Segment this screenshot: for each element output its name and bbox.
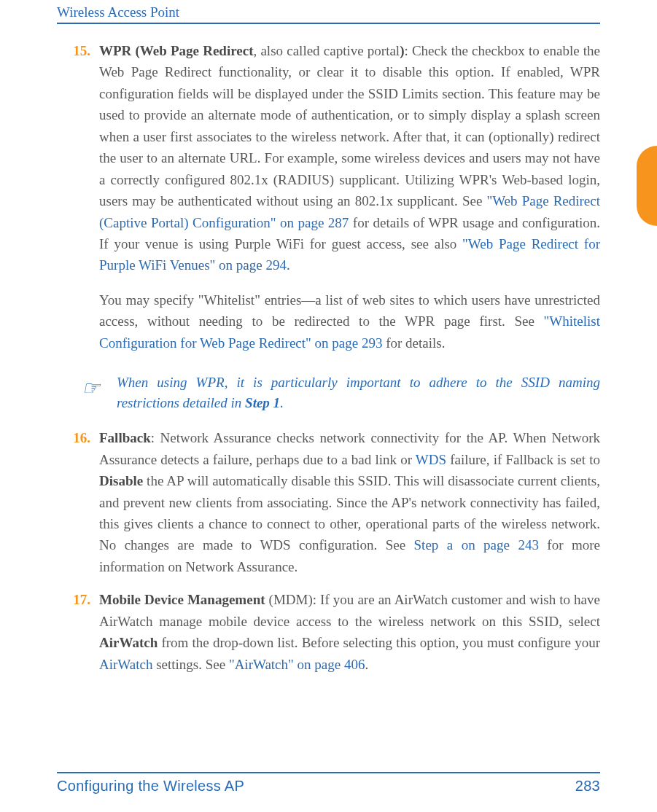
text: : Check the checkbox to enable the Web P… bbox=[99, 43, 600, 208]
airwatch-page-link[interactable]: "AirWatch" on page 406 bbox=[229, 657, 365, 672]
item-lead-bold: Fallback bbox=[99, 430, 151, 445]
text: . bbox=[287, 257, 290, 273]
item-15-subparagraph: You may specify "Whitelist" entries—a li… bbox=[99, 289, 600, 354]
note-text: When using WPR, it is particularly impor… bbox=[117, 372, 600, 413]
step-a-link[interactable]: Step a on page 243 bbox=[414, 537, 539, 553]
item-number: 15. bbox=[57, 40, 99, 276]
inline-bold: AirWatch bbox=[99, 635, 158, 650]
running-header: Wireless Access Point bbox=[57, 0, 600, 23]
footer-page-number: 283 bbox=[575, 778, 600, 795]
item-number: 17. bbox=[57, 589, 99, 675]
text: . bbox=[365, 657, 368, 672]
list-item-15: 15. WPR (Web Page Redirect, also called … bbox=[57, 40, 600, 276]
text: failure, if Fallback is set to bbox=[446, 452, 600, 467]
footer-rule bbox=[57, 772, 600, 773]
text: from the drop-down list. Before selectin… bbox=[158, 635, 600, 650]
item-number: 16. bbox=[57, 427, 99, 577]
airwatch-link[interactable]: AirWatch bbox=[99, 657, 152, 672]
text: , also called captive portal bbox=[254, 43, 400, 58]
text: . bbox=[280, 395, 284, 410]
side-tab bbox=[637, 146, 657, 226]
text: When using WPR, it is particularly impor… bbox=[117, 375, 600, 410]
footer-section-title: Configuring the Wireless AP bbox=[57, 778, 244, 795]
item-lead-bold: Mobile Device Management bbox=[99, 592, 265, 607]
list-item-16: 16. Fallback: Network Assurance checks n… bbox=[57, 427, 600, 577]
text: You may specify "Whitelist" entries—a li… bbox=[99, 292, 600, 329]
item-body: Mobile Device Management (MDM): If you a… bbox=[99, 589, 600, 675]
inline-bold: Disable bbox=[99, 473, 143, 488]
item-body: WPR (Web Page Redirect, also called capt… bbox=[99, 40, 600, 276]
text: for details. bbox=[382, 335, 445, 351]
item-body: Fallback: Network Assurance checks netwo… bbox=[99, 427, 600, 577]
page-footer: Configuring the Wireless AP 283 bbox=[57, 772, 600, 795]
wds-link[interactable]: WDS bbox=[416, 452, 446, 467]
item-lead-bold: WPR (Web Page Redirect bbox=[99, 43, 254, 58]
note-block: ☞ When using WPR, it is particularly imp… bbox=[82, 372, 600, 413]
note-hand-icon: ☞ bbox=[82, 372, 117, 413]
note-step-ref: Step 1 bbox=[245, 395, 280, 410]
list-item-17: 17. Mobile Device Management (MDM): If y… bbox=[57, 589, 600, 675]
text: settings. See bbox=[152, 657, 229, 672]
header-rule bbox=[57, 23, 600, 24]
